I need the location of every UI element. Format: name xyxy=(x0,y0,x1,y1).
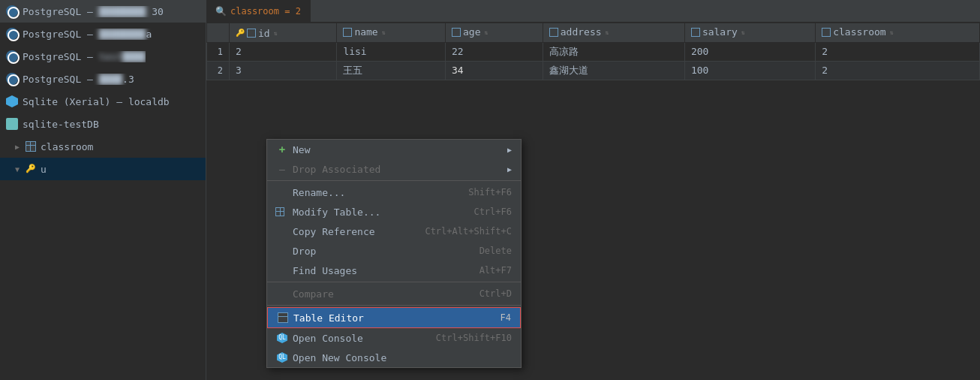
ctx-drop-associated[interactable]: — Drop Associated ▶ xyxy=(267,159,521,179)
sort-icon-age: ⇅ xyxy=(484,29,490,35)
ctx-separator-3 xyxy=(267,305,521,306)
ctx-drop-label: Drop xyxy=(293,246,316,257)
sidebar-label-classroom: classroom xyxy=(41,141,93,152)
col-header-id[interactable]: 🔑 id ⇅ xyxy=(230,23,337,43)
ctx-find-usages[interactable]: Find Usages Alt+F7 xyxy=(267,261,521,280)
ctx-open-new-console[interactable]: QL Open New Console xyxy=(267,348,521,367)
ctx-find-usages-shortcut: Alt+F7 xyxy=(479,265,512,276)
key-icon: 🔑 xyxy=(26,164,36,174)
col-salary-icons: salary ⇅ xyxy=(691,26,747,38)
sidebar: PostgreSQL – ████████ 30 PostgreSQL – ██… xyxy=(0,0,206,380)
ctx-open-console-shortcut: Ctrl+Shift+F10 xyxy=(436,333,512,343)
sidebar-item-u-table[interactable]: ▼ 🔑 u xyxy=(0,158,206,180)
cell-r1-name[interactable]: lisi xyxy=(337,42,446,61)
sidebar-label-pg3: PostgreSQL – test████ xyxy=(23,51,146,62)
col-salary-label: salary xyxy=(702,26,738,38)
cell-r2-name[interactable]: 王五 xyxy=(337,61,446,80)
cell-r1-classroom[interactable]: 2 xyxy=(816,42,980,61)
col-header-classroom[interactable]: classroom ⇅ xyxy=(816,23,980,43)
id-type-icon xyxy=(247,29,256,38)
new-icon: + xyxy=(276,143,288,155)
ctx-drop-shortcut: Delete xyxy=(479,246,512,256)
ctx-compare-shortcut: Ctrl+D xyxy=(479,288,512,299)
drop-icon xyxy=(276,245,288,257)
sort-icon-name: ⇅ xyxy=(382,29,388,35)
ctx-drop[interactable]: Drop Delete xyxy=(267,241,521,261)
ctx-table-editor-label: Table Editor xyxy=(293,312,364,324)
cell-r2-classroom[interactable]: 2 xyxy=(816,61,980,80)
sort-icon-address: ⇅ xyxy=(606,29,612,35)
col-name-label: name xyxy=(354,26,377,38)
row-num-1: 1 xyxy=(207,42,230,61)
key-col-icon: 🔑 xyxy=(236,29,245,38)
cell-r2-id[interactable]: 3 xyxy=(230,61,337,80)
tab-bar: 🔍 classroom = 2 xyxy=(206,0,980,23)
sqlite-icon-2 xyxy=(6,118,18,130)
table-row: 2 3 王五 34 鑫湖大道 100 2 xyxy=(207,61,980,80)
sqlite-icon xyxy=(6,95,18,107)
grid-header-row: 🔑 id ⇅ name ⇅ xyxy=(207,23,980,43)
sidebar-item-pg1[interactable]: PostgreSQL – ████████ 30 xyxy=(0,0,206,23)
ctx-copy-reference-label: Copy Reference xyxy=(293,226,375,237)
ctx-new[interactable]: + New ▶ xyxy=(267,140,521,159)
sort-icon-classroom: ⇅ xyxy=(890,29,896,35)
col-classroom-icons: classroom ⇅ xyxy=(822,26,895,38)
cell-r2-address[interactable]: 鑫湖大道 xyxy=(543,61,684,80)
ctx-copy-shortcut: Ctrl+Alt+Shift+C xyxy=(425,226,512,237)
cell-r1-salary[interactable]: 200 xyxy=(684,42,815,61)
ctx-table-editor[interactable]: Table Editor F4 xyxy=(267,307,521,328)
col-header-address[interactable]: address ⇅ xyxy=(543,23,684,43)
cell-r1-id[interactable]: 2 xyxy=(230,42,337,61)
table-editor-icon xyxy=(277,312,289,324)
ctx-table-editor-shortcut: F4 xyxy=(501,312,511,323)
find-usages-icon xyxy=(276,264,288,276)
ctx-drop-associated-label: Drop Associated xyxy=(293,164,380,175)
cell-r1-age[interactable]: 22 xyxy=(445,42,543,61)
postgresql-icon xyxy=(6,5,18,17)
rename-icon xyxy=(276,186,288,198)
postgresql-icon-3 xyxy=(6,50,18,62)
modify-table-icon xyxy=(276,206,288,218)
sidebar-item-pg4[interactable]: PostgreSQL – ████.3 xyxy=(0,68,206,90)
ctx-separator-2 xyxy=(267,282,521,282)
cell-r2-salary[interactable]: 100 xyxy=(684,61,815,80)
col-id-label: id xyxy=(258,28,270,39)
ctx-copy-reference[interactable]: Copy Reference Ctrl+Alt+Shift+C xyxy=(267,222,521,241)
sidebar-item-classroom[interactable]: ▶ classroom xyxy=(0,135,206,158)
sidebar-item-pg2[interactable]: PostgreSQL – ████████a xyxy=(0,23,206,45)
col-header-rownum xyxy=(207,23,230,43)
col-header-name[interactable]: name ⇅ xyxy=(337,23,446,43)
tab-filter-label: classroom = 2 xyxy=(230,6,301,17)
postgresql-icon-4 xyxy=(6,73,18,85)
context-menu: + New ▶ — Drop Associated ▶ Rename... Sh… xyxy=(266,139,522,368)
main-content: 🔍 classroom = 2 🔑 id ⇅ xyxy=(206,0,980,380)
ctx-open-console[interactable]: QL Open Console Ctrl+Shift+F10 xyxy=(267,328,521,348)
ctx-open-new-console-label: Open New Console xyxy=(293,352,386,363)
classroom-type-icon xyxy=(822,28,831,37)
cell-r2-age[interactable]: 34 xyxy=(445,61,543,80)
drop-associated-icon: — xyxy=(276,163,288,175)
row-num-2: 2 xyxy=(207,61,230,80)
sidebar-label-sqlite-testdb: sqlite-testDB xyxy=(23,119,99,130)
sidebar-label-u-table: u xyxy=(41,164,47,175)
active-tab[interactable]: 🔍 classroom = 2 xyxy=(206,0,311,23)
sidebar-label-pg1: PostgreSQL – ████████ 30 xyxy=(23,6,164,17)
col-header-salary[interactable]: salary ⇅ xyxy=(684,23,815,43)
ctx-rename[interactable]: Rename... Shift+F6 xyxy=(267,182,521,202)
ctx-drop-associated-arrow: ▶ xyxy=(507,165,512,173)
sidebar-item-sqlite-testdb[interactable]: sqlite-testDB xyxy=(0,113,206,135)
col-address-icons: address ⇅ xyxy=(549,26,612,38)
cell-r1-address[interactable]: 高凉路 xyxy=(543,42,684,61)
age-type-icon xyxy=(452,28,461,37)
sidebar-item-pg3[interactable]: PostgreSQL – test████ xyxy=(0,45,206,68)
sidebar-item-sqlite-xerial[interactable]: Sqlite (Xerial) – localdb xyxy=(0,90,206,113)
ctx-modify-table[interactable]: Modify Table... Ctrl+F6 xyxy=(267,202,521,222)
sidebar-label-pg4: PostgreSQL – ████.3 xyxy=(23,74,134,85)
ctx-compare[interactable]: Compare Ctrl+D xyxy=(267,284,521,303)
ctx-rename-label: Rename... xyxy=(293,187,345,198)
ctx-new-label: New xyxy=(293,144,310,155)
address-type-icon xyxy=(549,28,558,37)
col-header-age[interactable]: age ⇅ xyxy=(445,23,543,43)
sidebar-label-sqlite-xerial: Sqlite (Xerial) – localdb xyxy=(23,96,170,107)
search-icon: 🔍 xyxy=(215,6,227,17)
